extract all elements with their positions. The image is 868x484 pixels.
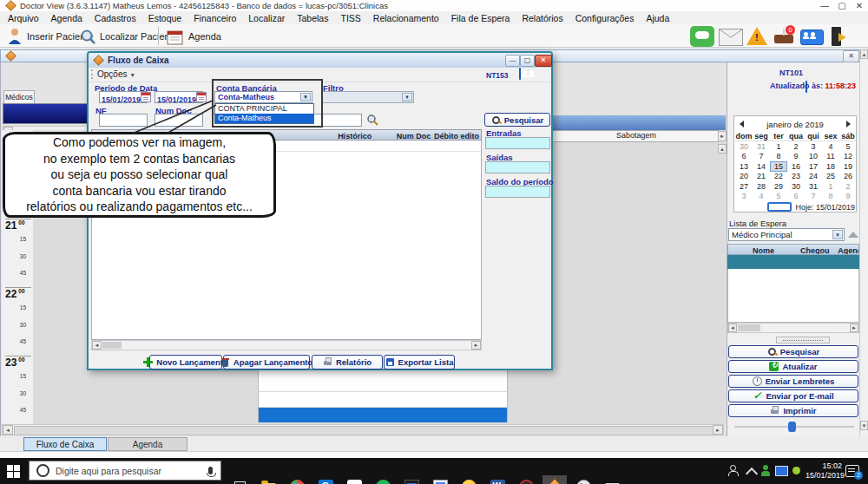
entradas-field[interactable] bbox=[485, 137, 550, 149]
calendar-day-2[interactable]: 2 bbox=[787, 141, 805, 151]
taskbar-icon-paint[interactable] bbox=[571, 475, 595, 484]
pesquisar-button[interactable]: Pesquisar bbox=[484, 113, 550, 127]
notification-icon[interactable]: 2 bbox=[845, 465, 859, 477]
calendar-day-6[interactable]: 6 bbox=[735, 151, 753, 160]
window-minimize-button[interactable]: — bbox=[816, 1, 833, 11]
calendar-day-31[interactable]: 31 bbox=[753, 141, 770, 151]
calendar-day-5[interactable]: 5 bbox=[770, 192, 787, 201]
right-scrollbar[interactable]: ▲ ▼ bbox=[859, 49, 868, 436]
date-picker-icon[interactable] bbox=[196, 92, 207, 102]
calendar-day-28[interactable]: 28 bbox=[753, 181, 770, 191]
localizar-paciente-button[interactable]: Localizar Paciente bbox=[80, 27, 178, 46]
exportar-lista-button[interactable]: Exportar Lista bbox=[384, 355, 455, 370]
scroll-left-arrow-icon[interactable]: ◄ bbox=[3, 425, 13, 435]
medicos-selected-bar[interactable] bbox=[3, 103, 92, 124]
birthday-icon[interactable]: 0 bbox=[773, 29, 794, 44]
column-header-historico[interactable]: Histórico bbox=[317, 130, 393, 141]
panel-collapse-icon[interactable] bbox=[848, 232, 858, 238]
menu-item-tabelas[interactable]: Tabelas bbox=[291, 12, 334, 24]
numdoc-field[interactable] bbox=[155, 114, 203, 127]
dialog-maximize-button[interactable]: ▢ bbox=[520, 55, 535, 67]
saldo-field[interactable] bbox=[485, 186, 550, 198]
slider-thumb[interactable] bbox=[788, 422, 796, 432]
taskbar-icon-doctor-view[interactable] bbox=[542, 475, 567, 484]
taskbar-search-input[interactable]: Digite aqui para pesquisar bbox=[29, 461, 221, 481]
conta-select[interactable]: Conta-Matheus bbox=[214, 91, 312, 103]
tab-fluxo-de-caixa[interactable]: Fluxo de Caixa bbox=[23, 437, 107, 451]
menu-item-configuracoes[interactable]: Configurações bbox=[569, 12, 641, 24]
calendar-day-26[interactable]: 26 bbox=[839, 172, 857, 181]
enviar-por-e-mail-button[interactable]: Enviar por E-mail bbox=[728, 389, 858, 402]
calendar-day-14[interactable]: 14 bbox=[753, 161, 770, 172]
alert-icon[interactable]: ! bbox=[746, 27, 767, 45]
wait-list-column-nome[interactable]: Nome bbox=[728, 245, 799, 255]
menu-item-cadastros[interactable]: Cadastros bbox=[89, 12, 142, 24]
tray-monitor-icon[interactable] bbox=[775, 466, 788, 476]
pesquisar-button[interactable]: Pesquisar bbox=[728, 345, 858, 358]
menu-item-arquivo[interactable]: Arquivo bbox=[2, 12, 45, 24]
calendar-day-3[interactable]: 3 bbox=[805, 141, 822, 151]
scroll-up-arrow-icon[interactable]: ▲ bbox=[860, 49, 868, 59]
agenda-day-cells[interactable] bbox=[258, 370, 508, 422]
tray-people-icon[interactable] bbox=[727, 465, 740, 476]
taskbar-icon-chrome[interactable] bbox=[285, 475, 309, 484]
taskbar-icon-printer-tool[interactable] bbox=[600, 475, 624, 484]
taskbar-icon-word[interactable] bbox=[485, 475, 510, 484]
date-to-field[interactable]: 15/01/2019 bbox=[155, 91, 203, 103]
taskbar-icon-task-view[interactable] bbox=[227, 475, 252, 484]
calendar-day-7[interactable]: 7 bbox=[805, 192, 822, 201]
calendar-day-11[interactable]: 11 bbox=[822, 151, 839, 160]
taskbar-icon-teamviewer[interactable] bbox=[342, 475, 366, 484]
mail-icon[interactable] bbox=[719, 29, 743, 46]
chevron-down-icon[interactable] bbox=[300, 93, 311, 101]
start-button[interactable] bbox=[7, 465, 20, 478]
novo-lancamento-button[interactable]: Novo Lançamento bbox=[149, 355, 222, 370]
calendar-day-4[interactable]: 4 bbox=[753, 192, 770, 201]
calendar-day-9[interactable]: 9 bbox=[839, 192, 857, 201]
calendar-day-15[interactable]: 15 bbox=[770, 161, 787, 172]
calendar-day-1[interactable]: 1 bbox=[822, 181, 839, 191]
calendar-day-9[interactable]: 9 bbox=[787, 151, 805, 160]
wait-list-column-agend[interactable]: Agend bbox=[836, 245, 858, 255]
tray-contact-green-icon[interactable] bbox=[760, 465, 771, 476]
calendar-day-30[interactable]: 30 bbox=[735, 141, 753, 151]
mic-icon[interactable] bbox=[208, 467, 213, 474]
atualizar-button[interactable]: Atualizar bbox=[728, 360, 858, 373]
taskbar-icon-file-explorer[interactable] bbox=[256, 475, 280, 484]
search-glass-icon[interactable] bbox=[366, 114, 378, 126]
menu-item-relacionamento[interactable]: Relacionamento bbox=[367, 12, 445, 24]
dialog-h-scrollbar[interactable]: ◄ ► bbox=[91, 340, 482, 350]
agenda-h-scrollbar[interactable]: ◄ ► bbox=[2, 424, 724, 435]
window-maximize-button[interactable]: ▢ bbox=[833, 1, 851, 11]
scroll-down-arrow-icon[interactable]: ▼ bbox=[860, 421, 868, 430]
apagar-lancamento-button[interactable]: Apagar Lançamento bbox=[223, 355, 310, 370]
filtro-select[interactable] bbox=[322, 91, 414, 103]
column-scroll-right-icon[interactable]: ► bbox=[718, 131, 727, 141]
scrollbar-thumb[interactable] bbox=[102, 342, 122, 349]
menu-item-tiss[interactable]: TISS bbox=[334, 12, 366, 24]
calendar-day-12[interactable]: 12 bbox=[839, 151, 857, 160]
calendar-day-18[interactable]: 18 bbox=[822, 161, 839, 172]
opcoes-menu[interactable]: Opções ▼ bbox=[97, 69, 135, 79]
scroll-left-arrow-icon[interactable]: ◄ bbox=[92, 341, 102, 350]
enviar-lembretes-button[interactable]: Enviar Lembretes bbox=[728, 375, 858, 388]
menu-item-relatorios[interactable]: Relatórios bbox=[516, 12, 569, 24]
scroll-right-arrow-icon[interactable]: ► bbox=[471, 341, 481, 350]
calendar-day-23[interactable]: 23 bbox=[787, 172, 805, 181]
date-picker-icon[interactable] bbox=[141, 92, 151, 102]
calendar-day-16[interactable]: 16 bbox=[787, 161, 805, 172]
column-header-debito[interactable]: Débito bbox=[432, 130, 460, 141]
menu-item-ajuda[interactable]: Ajuda bbox=[640, 12, 675, 24]
calendar-day-22[interactable]: 22 bbox=[770, 172, 787, 181]
menu-item-localizar[interactable]: Localizar bbox=[242, 12, 291, 24]
calendar-today-row[interactable]: Hoje: 15/01/2019 bbox=[735, 202, 858, 212]
wait-list-body[interactable] bbox=[727, 269, 859, 323]
column-header-credito[interactable]: Credito bbox=[460, 130, 481, 141]
scrollbar-thumb[interactable] bbox=[14, 426, 713, 435]
lista-espera-select[interactable]: Médico Principal bbox=[728, 228, 845, 241]
menu-item-financeiro[interactable]: Financeiro bbox=[187, 12, 242, 24]
dialog-titlebar[interactable]: Fluxo de Caixa bbox=[89, 53, 551, 69]
zoom-slider[interactable] bbox=[734, 422, 854, 432]
wait-list-scrollbar[interactable]: ◄ ► bbox=[727, 323, 859, 333]
nf-field[interactable] bbox=[99, 114, 148, 127]
